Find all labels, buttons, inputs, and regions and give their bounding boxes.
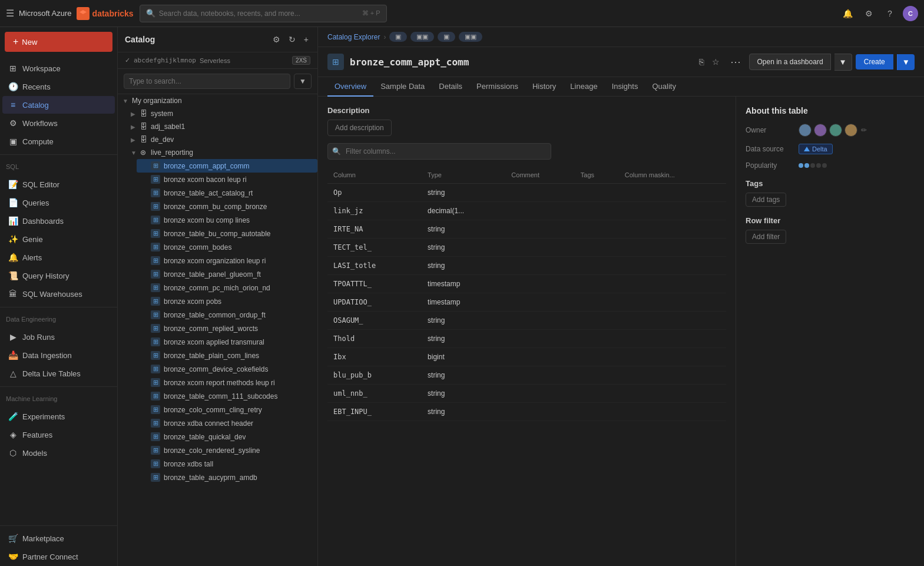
add-description-btn[interactable]: Add description — [327, 120, 392, 136]
sidebar-item-data-ingestion[interactable]: 📥 Data Ingestion — [2, 346, 115, 364]
sidebar-item-job-runs[interactable]: ▶ Job Runs — [2, 328, 115, 346]
tree-table-item[interactable]: ⊞bronze_table_comm_111_subcodes — [137, 389, 317, 403]
help-icon[interactable]: ? — [882, 5, 898, 22]
sidebar-item-recents[interactable]: 🕐 Recents — [2, 78, 115, 95]
avatar[interactable]: C — [903, 6, 918, 21]
tree-system[interactable]: ▶ 🗄 system — [127, 107, 317, 120]
tab-details[interactable]: Details — [432, 77, 469, 97]
breadcrumb-catalog-explorer[interactable]: Catalog Explorer — [327, 33, 380, 41]
notification-icon[interactable]: 🔔 — [839, 5, 856, 22]
sidebar-item-marketplace[interactable]: 🛒 Marketplace — [2, 529, 115, 547]
tree-table-item[interactable]: ⊞bronze_comm_device_cokefields — [137, 362, 317, 376]
hamburger-icon[interactable]: ☰ — [6, 8, 14, 19]
sidebar-item-sql-warehouses[interactable]: 🏛 SQL Warehouses — [2, 285, 115, 303]
owner-avatar-3 — [829, 124, 842, 137]
sidebar-label-workspace: Workspace — [22, 64, 61, 73]
databricks-label: databricks — [92, 9, 134, 18]
dashboards-icon: 📊 — [8, 216, 18, 226]
catalog-filter-btn[interactable]: ▼ — [294, 74, 312, 89]
tree-my-organization[interactable]: ▼ My organization — [118, 94, 317, 107]
topbar-right: 🔔 ⚙ ? C — [839, 5, 918, 22]
sidebar-item-partner-connect[interactable]: 🤝 Partner Connect — [2, 548, 115, 565]
sidebar-item-features[interactable]: ◈ Features — [2, 426, 115, 443]
tree-table-item[interactable]: ⊞bronze_comm_replied_worcts — [137, 322, 317, 335]
open-dashboard-btn[interactable]: Open in a dashboard — [749, 54, 830, 70]
open-dashboard-dropdown[interactable]: ▼ — [834, 54, 852, 71]
add-filter-btn[interactable]: Add filter — [746, 230, 786, 244]
table-name: bronze_comm_appt_comm — [350, 57, 691, 68]
tree-table-item[interactable]: ⊞bronze_colo_rendered_sysline — [137, 443, 317, 457]
sidebar-item-compute[interactable]: ▣ Compute — [2, 133, 115, 150]
tree-table-item[interactable]: ⊞bronze xcom pobs — [137, 294, 317, 308]
catalog-header: Catalog ⚙ ↻ + — [118, 27, 317, 52]
breadcrumb-pill-3[interactable]: ▣ — [438, 32, 455, 42]
breadcrumb-pill-4[interactable]: ▣▣ — [459, 32, 482, 42]
tree-table-item[interactable]: ⊞bronze xdba connect header — [137, 416, 317, 430]
tree-table-item[interactable]: ⊞bronze_table_panel_glueom_ft — [137, 267, 317, 281]
settings-icon[interactable]: ⚙ — [860, 5, 877, 22]
create-btn[interactable]: Create — [856, 54, 893, 69]
sidebar-item-workspace[interactable]: ⊞ Workspace — [2, 59, 115, 77]
tree-table-item[interactable]: ⊞bronze_comm_pc_mich_orion_nd — [137, 281, 317, 294]
sidebar-item-dashboards[interactable]: 📊 Dashboards — [2, 212, 115, 230]
tree-table-item[interactable]: ⊞bronze xcom bacon leup ri — [137, 173, 317, 186]
sidebar-item-alerts[interactable]: 🔔 Alerts — [2, 249, 115, 266]
sidebar-item-workflows[interactable]: ⚙ Workflows — [2, 114, 115, 132]
more-options-btn[interactable]: ⋯ — [726, 53, 746, 71]
tab-overview[interactable]: Overview — [327, 77, 373, 97]
col-type: string — [422, 312, 505, 330]
breadcrumb-pill-1[interactable]: ▣ — [389, 32, 407, 42]
adj-label: adj_sabel1 — [151, 123, 185, 131]
tree-dedev[interactable]: ▶ 🗄 de_dev — [127, 133, 317, 146]
tree-live-reporting[interactable]: ▼ ⊛ live_reporting — [127, 146, 317, 159]
sidebar-item-genie[interactable]: ✨ Genie — [2, 230, 115, 248]
col-header-type: Type — [422, 167, 505, 184]
catalog-settings-btn[interactable]: ⚙ — [271, 33, 282, 46]
tree-table-item[interactable]: ⊞bronze_comm_bu_comp_bronze — [137, 200, 317, 213]
tab-insights[interactable]: Insights — [605, 77, 645, 97]
tree-table-item[interactable]: ⊞bronze_colo_comm_cling_retry — [137, 403, 317, 416]
add-tags-btn[interactable]: Add tags — [746, 193, 786, 207]
catalog-refresh-btn[interactable]: ↻ — [287, 33, 297, 46]
edit-owner-icon[interactable]: ✏ — [861, 126, 867, 134]
sidebar-item-queries[interactable]: 📄 Queries — [2, 194, 115, 211]
tree-table-item[interactable]: ⊞bronze_comm_bodes — [137, 240, 317, 254]
catalog-search-input[interactable] — [124, 74, 290, 89]
star-btn[interactable]: ☆ — [710, 55, 722, 69]
tree-table-item[interactable]: ⊞bronze xcom applied transmural — [137, 335, 317, 349]
tree-table-item[interactable]: ⊞bronze_comm_appt_comm — [137, 159, 317, 173]
search-input[interactable] — [159, 9, 359, 18]
filter-columns-input[interactable] — [327, 143, 551, 160]
catalog-add-btn[interactable]: + — [302, 33, 310, 46]
tree-table-item[interactable]: ⊞bronze_table_bu_comp_autotable — [137, 227, 317, 240]
tab-sample-data[interactable]: Sample Data — [373, 77, 432, 97]
data-ingestion-icon: 📥 — [8, 350, 18, 360]
tab-permissions[interactable]: Permissions — [469, 77, 525, 97]
sidebar-item-models[interactable]: ⬡ Models — [2, 444, 115, 462]
sidebar-item-delta-live[interactable]: △ Delta Live Tables — [2, 365, 115, 382]
sidebar-item-catalog[interactable]: ≡ Catalog — [2, 96, 115, 114]
sidebar-item-experiments[interactable]: 🧪 Experiments — [2, 408, 115, 425]
search-bar[interactable]: 🔍 ⌘ + P — [140, 5, 387, 22]
owner-avatar-2 — [814, 124, 827, 137]
tree-table-item[interactable]: ⊞bronze xcom organization leup ri — [137, 254, 317, 267]
tree-table-item[interactable]: ⊞bronze_table_aucyprm_amdb — [137, 471, 317, 484]
tree-table-item[interactable]: ⊞bronze xdbs tall — [137, 457, 317, 471]
tab-quality[interactable]: Quality — [645, 77, 683, 97]
tab-lineage[interactable]: Lineage — [563, 77, 604, 97]
tree-table-item[interactable]: ⊞bronze_table_act_catalog_rt — [137, 186, 317, 200]
tree-table-item[interactable]: ⊞bronze_table_quickal_dev — [137, 430, 317, 443]
sidebar-item-query-history[interactable]: 📜 Query History — [2, 267, 115, 284]
copy-btn[interactable]: ⎘ — [697, 55, 706, 69]
tree-table-item[interactable]: ⊞bronze_table_common_ordup_ft — [137, 308, 317, 322]
table-row: TECT_tel_ string — [327, 239, 726, 257]
sidebar-item-sql-editor[interactable]: 📝 SQL Editor — [2, 176, 115, 193]
tree-table-item[interactable]: ⊞bronze xcom bu comp lines — [137, 213, 317, 227]
tree-adj[interactable]: ▶ 🗄 adj_sabel1 — [127, 120, 317, 133]
breadcrumb-pill-2[interactable]: ▣▣ — [410, 32, 434, 42]
tree-table-item[interactable]: ⊞bronze_table_plain_com_lines — [137, 349, 317, 362]
tree-table-item[interactable]: ⊞bronze xcom report methods leup ri — [137, 376, 317, 389]
create-dropdown-btn[interactable]: ▼ — [897, 54, 915, 70]
new-button[interactable]: + New — [5, 32, 112, 52]
tab-history[interactable]: History — [525, 77, 563, 97]
